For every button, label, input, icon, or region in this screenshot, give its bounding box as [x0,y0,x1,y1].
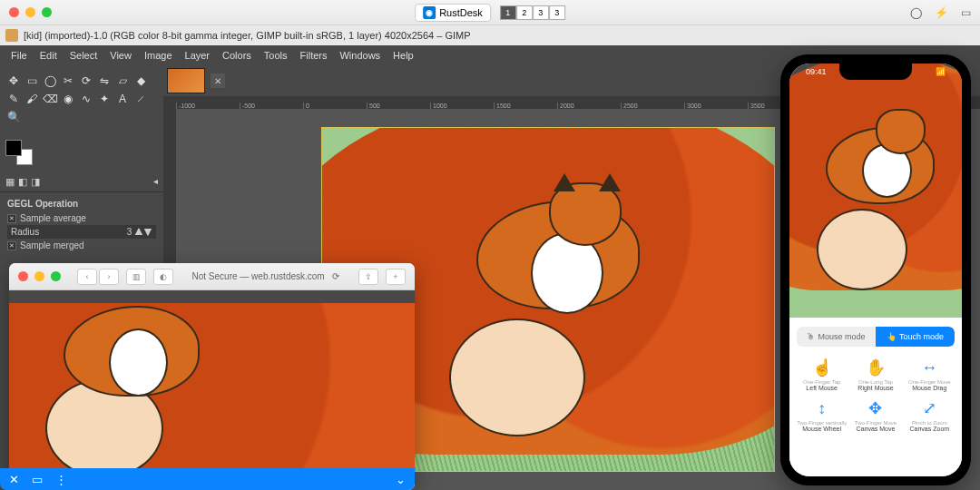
brush-tool-icon[interactable]: 🖌 [24,91,40,107]
app-label: RustDesk [439,7,483,18]
gesture-grid: ☝ One-Finger Tap Left Mouse ✋ One-Long T… [797,358,955,432]
gesture-canvas-zoom: ⤢ Pinch to Zoom Canvas Zoom [905,398,955,432]
share-button[interactable]: ⇪ [358,269,378,285]
menu-filters[interactable]: Filters [295,48,333,63]
gesture-label: Mouse Drag [905,385,955,391]
menu-edit[interactable]: Edit [34,48,63,63]
workspace-tab-2[interactable]: 2 [516,5,533,20]
gesture-right-mouse: ✋ One-Long Tap Right Mouse [850,358,900,391]
fox-shape [64,303,209,406]
tap-icon: ☝ [797,358,847,377]
menu-colors[interactable]: Colors [217,48,257,63]
display-icon[interactable]: ▭ [32,473,43,486]
workspace-tab-4[interactable]: 3 [549,5,565,20]
phone-control-panel: 🖱Mouse mode 👆Touch mode ☝ One-Finger Tap… [789,318,962,476]
menu-image[interactable]: Image [139,48,178,63]
tab-icon[interactable]: ▦ [5,176,15,188]
more-icon[interactable]: ⋮ [55,473,67,486]
app-pill[interactable]: ◉ RustDesk [415,4,491,22]
opt-sample-average[interactable]: ✕ Sample average [7,211,156,225]
lasso-tool-icon[interactable]: ◯ [42,73,58,89]
safari-address-bar[interactable]: Not Secure — web.rustdesk.com ⟳ [181,271,351,281]
move-tool-icon[interactable]: ✥ [5,73,22,89]
workspace-tabs: 1 2 3 3 [500,5,565,20]
zoom-tool-icon[interactable]: 🔍 [5,109,22,125]
opt-radius-label: Radius [11,227,39,237]
back-button[interactable]: ‹ [77,269,97,285]
opt-label: Sample merged [20,240,84,250]
menu-select[interactable]: Select [64,48,103,63]
phone-remote-canvas[interactable] [789,64,962,318]
tab-menu-icon[interactable]: ◂ [153,176,158,188]
ruler-tick: -500 [240,103,303,109]
artwork-image [789,82,962,318]
tab-icon[interactable]: ◨ [31,176,40,188]
sidebar-button[interactable]: ▥ [126,269,146,285]
touch-mode-button[interactable]: 👆Touch mode [876,327,955,347]
phone-mockup: 09:41 📶 🖱Mouse mode 👆Touch mode [780,54,971,485]
fullscreen-icon[interactable] [42,7,52,17]
minimize-icon[interactable] [25,7,35,17]
safari-content[interactable]: 1000 1500 2000 2500 3000 3500 [9,290,415,472]
flip-tool-icon[interactable]: ⇋ [96,73,113,89]
close-icon[interactable] [9,7,19,17]
fullscreen-icon[interactable] [51,271,61,281]
rect-select-tool-icon[interactable]: ▭ [24,73,40,89]
gesture-label: Right Mouse [850,385,900,391]
menu-help[interactable]: Help [387,48,419,63]
menu-view[interactable]: View [104,48,137,63]
reload-icon[interactable]: ⟳ [332,271,339,281]
clone-tool-icon[interactable]: ◉ [60,91,76,107]
safari-toolbar: ‹ › ▥ ◐ Not Secure — web.rustdesk.com ⟳ … [9,263,415,290]
scroll-icon: ↕ [797,398,847,418]
gesture-mouse-drag: ↔ One-Finger Move Mouse Drag [905,358,955,391]
ruler-tick: 2500 [621,103,684,109]
safari-nav: ‹ › [77,269,119,285]
chevron-down-icon[interactable]: ⌄ [396,473,406,486]
close-icon[interactable] [18,271,28,281]
mode-label: Touch mode [899,332,944,341]
eraser-tool-icon[interactable]: ⌫ [42,91,58,107]
safari-canvas-viewport[interactable] [9,303,415,472]
bolt-icon[interactable]: ⚡ [935,6,948,19]
menu-windows[interactable]: Windows [334,48,386,63]
opt-radius[interactable]: Radius 3 ⯅⯆ [7,225,156,239]
measure-tool-icon[interactable]: ⟋ [132,91,149,107]
image-tab-thumb[interactable] [167,68,205,93]
crop-tool-icon[interactable]: ✂ [60,73,76,89]
traffic-lights [9,7,52,17]
checkbox-icon[interactable]: ✕ [7,241,16,250]
chat-icon[interactable]: ◯ [910,6,922,19]
forward-button[interactable]: › [99,269,119,285]
close-tab-icon[interactable]: ✕ [211,74,225,88]
display-icon[interactable]: ▭ [961,6,971,19]
color-swatches[interactable] [5,140,33,165]
fg-color-swatch[interactable] [5,140,22,156]
path-tool-icon[interactable]: ✦ [96,91,113,107]
text-tool-icon[interactable]: A [114,91,131,107]
close-icon[interactable]: ✕ [9,473,19,486]
fox-shape [476,182,649,318]
shield-icon[interactable]: ◐ [153,269,173,285]
rotate-tool-icon[interactable]: ⟳ [78,73,94,89]
workspace-tab-3[interactable]: 3 [533,5,549,20]
gesture-label: Mouse Wheel [797,426,847,432]
gesture-label: Left Mouse [797,385,847,391]
drag-icon: ↔ [905,358,955,377]
mouse-mode-button[interactable]: 🖱Mouse mode [797,327,876,347]
minimize-icon[interactable] [34,271,44,281]
menu-file[interactable]: File [5,48,33,63]
smudge-tool-icon[interactable]: ∿ [78,91,94,107]
menu-tools[interactable]: Tools [259,48,293,63]
pencil-tool-icon[interactable]: ✎ [5,91,22,107]
bucket-tool-icon[interactable]: ◆ [132,73,149,89]
perspective-tool-icon[interactable]: ▱ [114,73,131,89]
tab-icon[interactable]: ◧ [18,176,27,188]
bottom-bar-left: ✕ ▭ ⋮ [9,473,67,486]
phone-screen: 09:41 📶 🖱Mouse mode 👆Touch mode [789,64,962,476]
checkbox-icon[interactable]: ✕ [7,214,16,223]
workspace-tab-1[interactable]: 1 [500,5,516,20]
menu-layer[interactable]: Layer [180,48,216,63]
opt-sample-merged[interactable]: ✕ Sample merged [7,239,156,252]
new-tab-button[interactable]: + [386,269,406,285]
